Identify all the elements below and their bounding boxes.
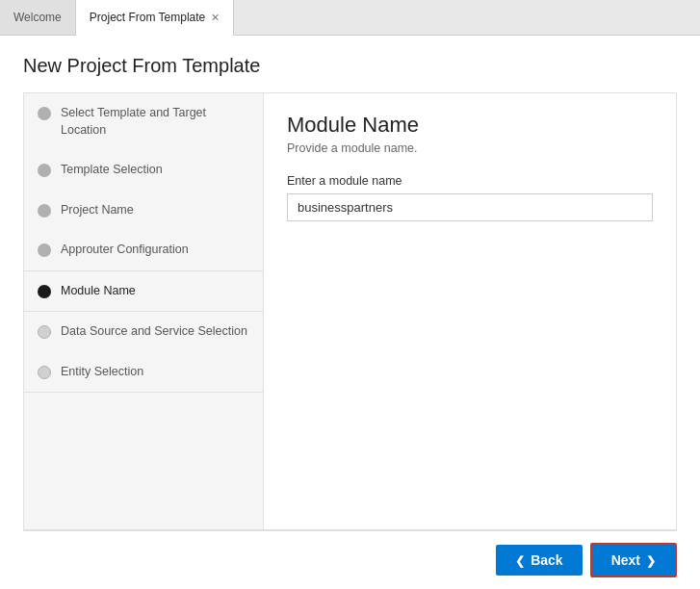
step-label-entity-selection: Entity Selection (61, 364, 143, 381)
step-circle-approuter (38, 243, 51, 257)
step-label-module-name: Module Name (61, 283, 136, 300)
content-panel: Module Name Provide a module name. Enter… (264, 92, 677, 530)
step-label-select-template: Select Template and Target Location (61, 105, 249, 139)
main-layout: Select Template and Target Location Temp… (23, 92, 677, 530)
footer: Back Next (23, 530, 677, 589)
back-chevron-icon (515, 552, 525, 568)
step-label-template-selection: Template Selection (61, 162, 163, 179)
tab-bar: Welcome Project From Template ✕ (0, 0, 700, 36)
tab-welcome-label: Welcome (13, 11, 62, 24)
steps-panel: Select Template and Target Location Temp… (23, 92, 264, 530)
next-chevron-icon (646, 552, 656, 568)
tab-project-from-template[interactable]: Project From Template ✕ (76, 0, 235, 36)
next-button[interactable]: Next (590, 543, 677, 577)
content-title: Module Name (287, 113, 653, 138)
tab-close-icon[interactable]: ✕ (211, 13, 220, 23)
step-project-name[interactable]: Project Name (24, 191, 263, 231)
content-subtitle: Provide a module name. (287, 141, 653, 155)
page-title: New Project From Template (23, 55, 677, 77)
step-data-source[interactable]: Data Source and Service Selection (24, 312, 263, 352)
step-template-selection[interactable]: Template Selection (24, 150, 263, 191)
step-circle-project-name (38, 204, 51, 218)
step-label-data-source: Data Source and Service Selection (61, 323, 247, 341)
back-button-label: Back (531, 552, 562, 568)
step-circle-entity-selection (38, 366, 51, 379)
step-label-project-name: Project Name (61, 202, 134, 219)
step-label-approuter: Approuter Configuration (61, 242, 189, 259)
step-circle-select-template (38, 107, 51, 120)
module-name-input[interactable] (287, 193, 653, 221)
steps-group-3: Data Source and Service Selection Entity… (24, 312, 263, 393)
module-name-input-label: Enter a module name (287, 174, 653, 188)
step-circle-module-name (38, 285, 51, 298)
back-button[interactable]: Back (496, 545, 582, 576)
step-module-name[interactable]: Module Name (24, 271, 263, 312)
next-button-label: Next (611, 552, 640, 568)
step-approuter-config[interactable]: Approuter Configuration (24, 230, 263, 270)
page-content: New Project From Template Select Templat… (0, 36, 700, 589)
step-select-template[interactable]: Select Template and Target Location (24, 93, 263, 150)
steps-group-1: Select Template and Target Location Temp… (24, 93, 263, 271)
tab-welcome[interactable]: Welcome (0, 0, 76, 35)
step-circle-data-source (38, 325, 51, 339)
step-entity-selection[interactable]: Entity Selection (24, 352, 263, 393)
step-circle-template-selection (38, 164, 51, 177)
steps-group-2: Module Name (24, 271, 263, 313)
tab-project-label: Project From Template (90, 11, 206, 24)
